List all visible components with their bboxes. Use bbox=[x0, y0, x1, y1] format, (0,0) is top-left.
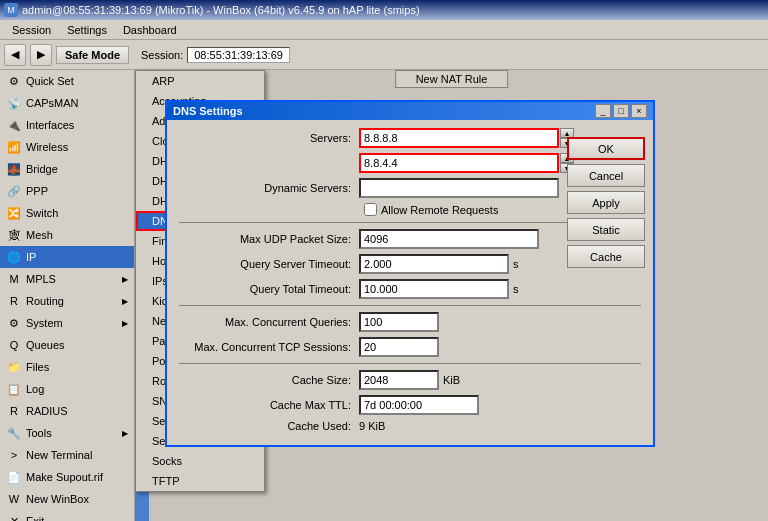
tools-arrow-icon: ▶ bbox=[122, 429, 128, 438]
cache-used-value: 9 KiB bbox=[359, 420, 385, 432]
sidebar-item-exit[interactable]: ✕Exit bbox=[0, 510, 134, 521]
sidebar-label-ppp: PPP bbox=[26, 185, 128, 197]
servers-label: Servers: bbox=[179, 132, 359, 144]
session-label: Session: bbox=[141, 49, 183, 61]
dns-maximize-button[interactable]: □ bbox=[613, 104, 629, 118]
sidebar-item-bridge[interactable]: 🌉Bridge bbox=[0, 158, 134, 180]
query-total-timeout-input[interactable] bbox=[359, 279, 509, 299]
log-icon: 📋 bbox=[6, 381, 22, 397]
sidebar-label-ip: IP bbox=[26, 251, 128, 263]
routing-arrow-icon: ▶ bbox=[122, 297, 128, 306]
sidebar-label-quick-set: Quick Set bbox=[26, 75, 128, 87]
ok-button[interactable]: OK bbox=[567, 137, 645, 160]
max-udp-input[interactable] bbox=[359, 229, 539, 249]
dropdown-item-socks[interactable]: Socks bbox=[136, 451, 264, 471]
dns-minimize-button[interactable]: _ bbox=[595, 104, 611, 118]
sidebar-label-wireless: Wireless bbox=[26, 141, 128, 153]
cache-size-input[interactable] bbox=[359, 370, 439, 390]
dns-dialog-controls: _ □ × bbox=[595, 104, 647, 118]
sidebar-label-switch: Switch bbox=[26, 207, 128, 219]
sidebar-item-ppp[interactable]: 🔗PPP bbox=[0, 180, 134, 202]
allow-remote-label: Allow Remote Requests bbox=[381, 204, 498, 216]
make-supout-icon: 📄 bbox=[6, 469, 22, 485]
ip-icon: 🌐 bbox=[6, 249, 22, 265]
sidebar-item-capsman[interactable]: 📡CAPsMAN bbox=[0, 92, 134, 114]
cancel-button[interactable]: Cancel bbox=[567, 164, 645, 187]
max-concurrent-input[interactable] bbox=[359, 312, 439, 332]
sidebar-item-mpls[interactable]: MMPLS▶ bbox=[0, 268, 134, 290]
sidebar-item-make-supout[interactable]: 📄Make Supout.rif bbox=[0, 466, 134, 488]
sidebar-item-new-terminal[interactable]: >New Terminal bbox=[0, 444, 134, 466]
query-total-timeout-unit: s bbox=[513, 283, 519, 295]
sidebar-item-wireless[interactable]: 📶Wireless bbox=[0, 136, 134, 158]
dynamic-servers-input[interactable] bbox=[359, 178, 559, 198]
sidebar-item-routing[interactable]: RRouting▶ bbox=[0, 290, 134, 312]
sidebar-item-mesh[interactable]: 🕸Mesh bbox=[0, 224, 134, 246]
cache-size-unit: KiB bbox=[443, 374, 460, 386]
cache-button[interactable]: Cache bbox=[567, 245, 645, 268]
max-concurrent-row: Max. Concurrent Queries: bbox=[179, 312, 641, 332]
sidebar-item-queues[interactable]: QQueues bbox=[0, 334, 134, 356]
interfaces-icon: 🔌 bbox=[6, 117, 22, 133]
main-layout: ⚙Quick Set📡CAPsMAN🔌Interfaces📶Wireless🌉B… bbox=[0, 70, 768, 521]
query-server-timeout-label: Query Server Timeout: bbox=[179, 258, 359, 270]
bridge-icon: 🌉 bbox=[6, 161, 22, 177]
allow-remote-checkbox[interactable] bbox=[364, 203, 377, 216]
queues-icon: Q bbox=[6, 337, 22, 353]
forward-button[interactable]: ▶ bbox=[30, 44, 52, 66]
sidebar-item-quick-set[interactable]: ⚙Quick Set bbox=[0, 70, 134, 92]
back-button[interactable]: ◀ bbox=[4, 44, 26, 66]
sidebar-label-routing: Routing bbox=[26, 295, 122, 307]
sidebar-label-bridge: Bridge bbox=[26, 163, 128, 175]
app-icon: M bbox=[4, 3, 18, 17]
menu-bar: Session Settings Dashboard bbox=[0, 20, 768, 40]
static-button[interactable]: Static bbox=[567, 218, 645, 241]
sidebar-label-exit: Exit bbox=[26, 515, 128, 521]
sidebar-item-ip[interactable]: 🌐IP bbox=[0, 246, 134, 268]
cache-max-ttl-label: Cache Max TTL: bbox=[179, 399, 359, 411]
apply-button[interactable]: Apply bbox=[567, 191, 645, 214]
cache-size-row: Cache Size: KiB bbox=[179, 370, 641, 390]
cache-used-label: Cache Used: bbox=[179, 420, 359, 432]
cache-max-ttl-input[interactable] bbox=[359, 395, 479, 415]
sidebar-item-system[interactable]: ⚙System▶ bbox=[0, 312, 134, 334]
radius-icon: R bbox=[6, 403, 22, 419]
menu-session[interactable]: Session bbox=[4, 22, 59, 38]
sidebar-item-new-winbox[interactable]: WNew WinBox bbox=[0, 488, 134, 510]
sidebar-label-radius: RADIUS bbox=[26, 405, 128, 417]
sidebar-item-switch[interactable]: 🔀Switch bbox=[0, 202, 134, 224]
max-udp-label: Max UDP Packet Size: bbox=[179, 233, 359, 245]
dropdown-item-arp[interactable]: ARP bbox=[136, 71, 264, 91]
max-concurrent-tcp-row: Max. Concurrent TCP Sessions: bbox=[179, 337, 641, 357]
menu-dashboard[interactable]: Dashboard bbox=[115, 22, 185, 38]
sidebar-item-interfaces[interactable]: 🔌Interfaces bbox=[0, 114, 134, 136]
new-terminal-icon: > bbox=[6, 447, 22, 463]
safe-mode-button[interactable]: Safe Mode bbox=[56, 46, 129, 64]
cache-used-row: Cache Used: 9 KiB bbox=[179, 420, 641, 432]
sidebar-label-tools: Tools bbox=[26, 427, 122, 439]
dropdown-item-tftp[interactable]: TFTP bbox=[136, 471, 264, 491]
query-server-timeout-unit: s bbox=[513, 258, 519, 270]
sidebar-item-files[interactable]: 📁Files bbox=[0, 356, 134, 378]
sidebar-item-log[interactable]: 📋Log bbox=[0, 378, 134, 400]
sidebar-label-make-supout: Make Supout.rif bbox=[26, 471, 128, 483]
mpls-arrow-icon: ▶ bbox=[122, 275, 128, 284]
sidebar-item-radius[interactable]: RRADIUS bbox=[0, 400, 134, 422]
dns-dialog-title-bar: DNS Settings _ □ × bbox=[167, 102, 653, 120]
dns-close-button[interactable]: × bbox=[631, 104, 647, 118]
sidebar-item-tools[interactable]: 🔧Tools▶ bbox=[0, 422, 134, 444]
sidebar-label-mpls: MPLS bbox=[26, 273, 122, 285]
sidebar-label-log: Log bbox=[26, 383, 128, 395]
routing-icon: R bbox=[6, 293, 22, 309]
query-server-timeout-input[interactable] bbox=[359, 254, 509, 274]
servers-1-input[interactable] bbox=[359, 128, 559, 148]
servers-2-input[interactable] bbox=[359, 153, 559, 173]
sidebar: ⚙Quick Set📡CAPsMAN🔌Interfaces📶Wireless🌉B… bbox=[0, 70, 135, 521]
sidebar-label-queues: Queues bbox=[26, 339, 128, 351]
wireless-icon: 📶 bbox=[6, 139, 22, 155]
menu-settings[interactable]: Settings bbox=[59, 22, 115, 38]
new-winbox-icon: W bbox=[6, 491, 22, 507]
system-icon: ⚙ bbox=[6, 315, 22, 331]
title-text: admin@08:55:31:39:13:69 (MikroTik) - Win… bbox=[22, 4, 420, 16]
max-concurrent-tcp-input[interactable] bbox=[359, 337, 439, 357]
